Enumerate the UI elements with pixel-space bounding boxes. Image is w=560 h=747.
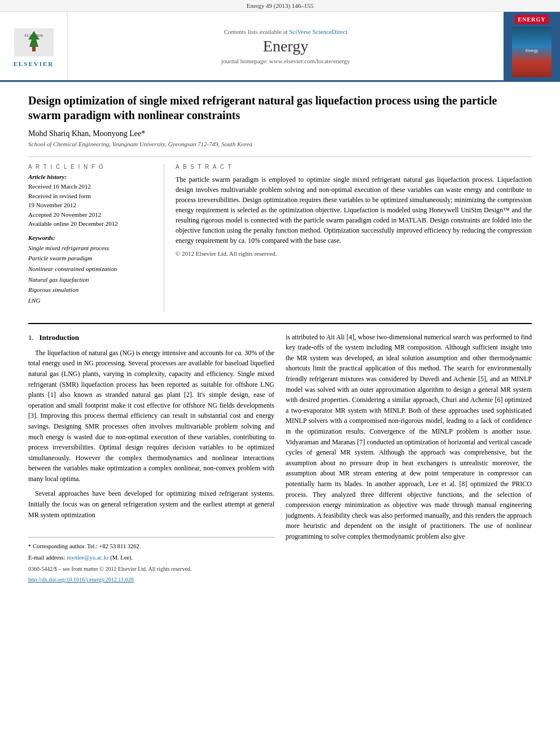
article-authors: Mohd Shariq Khan, Moonyong Lee* bbox=[28, 129, 532, 138]
keyword-1: Single mixed refrigerant process bbox=[28, 243, 152, 254]
section-title: Introduction bbox=[40, 333, 80, 342]
sciverse-link[interactable]: SciVerse ScienceDirect bbox=[289, 28, 347, 35]
author-email-link[interactable]: mynlee@yu.ac.kr bbox=[67, 554, 108, 561]
journal-cover-area: ENERGY Energy bbox=[504, 12, 560, 80]
intro-paragraph-2: Several approaches have been developed f… bbox=[28, 488, 274, 520]
corresponding-author-note: * Corresponding author. Tel.: +82 53 811… bbox=[28, 542, 274, 551]
body-left-column: 1. Introduction The liquefaction of natu… bbox=[28, 332, 274, 584]
issn-line: 0360-5442/$ – see front matter © 2012 El… bbox=[28, 565, 274, 574]
doi-line: http://dx.doi.org/10.1016/j.energy.2012.… bbox=[28, 575, 274, 584]
keyword-5: Rigorous simulation bbox=[28, 285, 152, 295]
keywords-label: Keywords: bbox=[28, 234, 152, 241]
citation-text: Energy 49 (2013) 146–155 bbox=[247, 2, 314, 9]
contents-line: Contents lists available at SciVerse Sci… bbox=[224, 28, 347, 35]
section-1-heading: 1. Introduction bbox=[28, 332, 274, 343]
article-footer: * Corresponding author. Tel.: +82 53 811… bbox=[28, 537, 274, 584]
elsevier-wordmark: ELSEVIER bbox=[14, 60, 54, 67]
copyright-line: © 2012 Elsevier Ltd. All rights reserved… bbox=[176, 250, 532, 257]
keyword-6: LNG bbox=[28, 295, 152, 306]
keywords-block: Keywords: Single mixed refrigerant proce… bbox=[28, 234, 152, 306]
svg-text:Energy: Energy bbox=[526, 49, 539, 53]
intro-paragraph-1: The liquefaction of natural gas (NG) is … bbox=[28, 348, 274, 484]
abstract-column: A B S T R A C T The particle swarm parad… bbox=[164, 164, 532, 312]
section-number: 1. bbox=[28, 333, 34, 342]
info-abstract-section: A R T I C L E I N F O Article history: R… bbox=[28, 156, 532, 312]
revised-date: 19 November 2012 bbox=[28, 200, 152, 210]
abstract-label: A B S T R A C T bbox=[176, 164, 532, 170]
accepted-date: Accepted 20 November 2012 bbox=[28, 210, 152, 220]
article-title: Design optimization of single mixed refr… bbox=[28, 93, 532, 123]
journal-header: ELSEVIER ELSEVIER Contents lists availab… bbox=[0, 12, 560, 82]
right-col-paragraph-1: is attributed to Ait Ali [4], whose two-… bbox=[286, 332, 532, 542]
history-label: Article history: bbox=[28, 173, 152, 180]
available-date: Available online 20 December 2012 bbox=[28, 219, 152, 229]
article-history-block: Article history: Received 16 March 2012 … bbox=[28, 173, 152, 229]
main-body: 1. Introduction The liquefaction of natu… bbox=[28, 323, 532, 584]
keyword-2: Particle swarm paradigm bbox=[28, 253, 152, 264]
body-right-column: is attributed to Ait Ali [4], whose two-… bbox=[286, 332, 532, 584]
elsevier-logo-area: ELSEVIER ELSEVIER bbox=[0, 12, 68, 80]
abstract-text: The particle swarm paradigm is employed … bbox=[176, 174, 532, 246]
energy-badge: ENERGY bbox=[515, 15, 549, 24]
citation-bar: Energy 49 (2013) 146–155 bbox=[0, 0, 560, 12]
journal-title: Energy bbox=[263, 37, 308, 55]
doi-link[interactable]: http://dx.doi.org/10.1016/j.energy.2012.… bbox=[28, 576, 134, 583]
svg-rect-4 bbox=[32, 47, 36, 51]
email-footnote: E-mail address: mynlee@yu.ac.kr (M. Lee)… bbox=[28, 553, 274, 562]
keywords-list: Single mixed refrigerant process Particl… bbox=[28, 243, 152, 306]
elsevier-tree-icon: ELSEVIER bbox=[11, 25, 56, 59]
article-affiliation: School of Chemical Engineering, Yeungnam… bbox=[28, 141, 532, 147]
journal-homepage: journal homepage: www.elsevier.com/locat… bbox=[221, 58, 350, 64]
keyword-3: Nonlinear constrained optimization bbox=[28, 264, 152, 274]
article-container: Design optimization of single mixed refr… bbox=[0, 82, 560, 596]
keyword-4: Natural gas liquefaction bbox=[28, 274, 152, 285]
article-info-column: A R T I C L E I N F O Article history: R… bbox=[28, 164, 152, 312]
revised-label: Received in revised form bbox=[28, 191, 152, 201]
received-date: Received 16 March 2012 bbox=[28, 182, 152, 191]
journal-cover-image: Energy bbox=[512, 27, 552, 77]
journal-center: Contents lists available at SciVerse Sci… bbox=[68, 12, 504, 80]
article-info-label: A R T I C L E I N F O bbox=[28, 164, 152, 170]
